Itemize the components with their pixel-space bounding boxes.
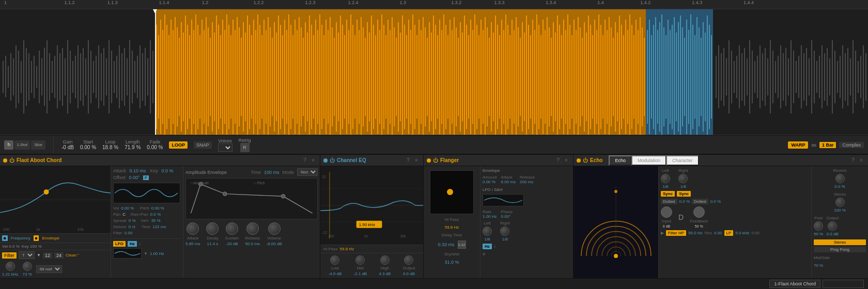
instrument-settings-icon[interactable]: ?	[301, 157, 308, 164]
output-echo-knob[interactable]	[828, 221, 837, 231]
hi-pass-value[interactable]: 59.8 Hz	[340, 247, 354, 251]
flanger-left-knob[interactable]	[483, 227, 492, 236]
freq-knob[interactable]	[6, 262, 15, 271]
svg-rect-279	[605, 20, 606, 134]
echo-input-knob[interactable]	[661, 206, 672, 218]
echo-dotted-left-button[interactable]: Dotted	[661, 199, 677, 204]
volume-env-knob[interactable]	[268, 222, 281, 235]
stereo-mode-button[interactable]: Stereo	[814, 239, 866, 245]
svg-rect-125	[286, 30, 287, 124]
echo-filter-hp-value[interactable]: 50.0 Hz	[688, 231, 703, 235]
waveform-display[interactable]	[0, 9, 868, 135]
delay-time-value[interactable]: 0.33 ms	[438, 242, 454, 247]
tab-character[interactable]: Character	[666, 155, 699, 166]
res-knob[interactable]	[23, 262, 32, 271]
attack-env-knob[interactable]	[187, 222, 199, 235]
echo-sync-right-button[interactable]: Sync	[677, 191, 691, 197]
echo-settings-icon[interactable]: ?	[849, 157, 857, 164]
echo-right-label: Right	[678, 168, 688, 173]
feedback-display[interactable]: 0.42	[458, 240, 466, 249]
stereo-knob[interactable]	[835, 198, 845, 207]
echo-sync-left-button[interactable]: Sync	[661, 191, 675, 197]
release-env-knob[interactable]	[246, 222, 259, 235]
echo-collapse-icon[interactable]: ×	[858, 157, 865, 164]
lfo-rate-value[interactable]: 1.00 Hz	[150, 251, 164, 256]
warp-button[interactable]: WARP	[788, 141, 808, 149]
output-knob[interactable]	[404, 255, 413, 265]
post-knob[interactable]	[814, 221, 823, 231]
flanger-power-icon[interactable]: ⏻	[433, 157, 438, 163]
lfo-hz-button[interactable]: Hz	[128, 241, 137, 247]
mode-env-select[interactable]: None	[297, 168, 318, 176]
svg-text:1k: 1k	[36, 227, 40, 232]
spread-value[interactable]: 0 %	[129, 218, 136, 223]
eq-settings-icon[interactable]: ?	[405, 157, 412, 164]
flanger-amount-value[interactable]: 0.00 %	[483, 180, 497, 184]
complex-button[interactable]: Complex	[839, 142, 864, 148]
echo-left-knob[interactable]	[661, 174, 670, 183]
echo-dotted-right-button[interactable]: Dotted	[692, 199, 708, 204]
echo-feedback-knob[interactable]	[693, 206, 705, 218]
flanger-release-value[interactable]: 200 ms	[520, 180, 535, 184]
vol-value[interactable]: 0.00 %	[121, 206, 134, 211]
flanger-rate-value[interactable]: 1.00 Hz	[483, 214, 497, 219]
ping-pong-button[interactable]: Ping Pong	[814, 247, 866, 252]
svg-rect-294	[636, 20, 637, 134]
sustain-env-knob[interactable]	[226, 222, 238, 235]
filter-type-select[interactable]: T	[19, 251, 35, 259]
vel-value[interactable]: 35 %	[151, 218, 160, 223]
high-knob[interactable]	[380, 255, 390, 265]
offset-pin-button[interactable]: P	[143, 175, 149, 180]
flanger-lfo-display	[483, 194, 524, 206]
time-value[interactable]: 122 ms	[152, 224, 166, 229]
filter-num-1[interactable]: 12	[43, 252, 52, 259]
flanger-collapse-icon[interactable]: ×	[563, 157, 570, 164]
filter-box[interactable]: Filter	[2, 252, 17, 259]
flanger-settings-icon[interactable]: ?	[554, 157, 562, 164]
echo-filter-hp-button[interactable]: Filter HP	[666, 230, 686, 236]
snap-button[interactable]: SNAP	[194, 141, 212, 149]
eq-graph[interactable]: 12 -12 100 1k 10k 1.50 kHz	[320, 166, 423, 245]
reverb-knob[interactable]	[835, 174, 845, 183]
tab-echo[interactable]: Echo	[609, 155, 631, 166]
key-param-value[interactable]: 0.0 %	[162, 168, 174, 173]
instrument-power-icon[interactable]: ⏻	[9, 157, 14, 163]
tab-modulation[interactable]: Modulation	[631, 155, 666, 166]
filter-param-value[interactable]: 0.00	[125, 231, 133, 235]
ran-pan-value[interactable]: 0.0 %	[150, 212, 161, 217]
echo-filter-lp-button[interactable]: LP	[724, 230, 734, 236]
mid-side-value[interactable]: 70 %	[814, 263, 866, 268]
detune-value[interactable]: 0 ct	[129, 224, 135, 229]
pan-value[interactable]: C	[122, 212, 126, 217]
loop-icon[interactable]: ↻	[4, 140, 13, 150]
offset-value[interactable]: 0.00°	[129, 175, 140, 180]
flanger-dry-wet-value[interactable]: 31.0 %	[444, 260, 459, 265]
oneshot-btn[interactable]: 1-Shot	[14, 140, 30, 150]
voices-select[interactable]: 6 4 8	[218, 143, 233, 152]
pitch-value[interactable]: 0.00 %	[151, 206, 164, 211]
retrig-button[interactable]: R	[240, 143, 250, 152]
flanger-right-knob[interactable]	[500, 227, 509, 236]
echo-power-icon[interactable]: ⏻	[583, 157, 588, 163]
svg-rect-91	[216, 15, 217, 135]
filter-mode-select[interactable]: 68 no/lo	[36, 265, 62, 273]
instrument-collapse-icon[interactable]: ×	[309, 157, 317, 164]
low-knob[interactable]	[330, 255, 339, 265]
slice-btn[interactable]: Slice	[31, 140, 45, 150]
flanger-attack-value[interactable]: 6.00 ms	[501, 180, 516, 184]
decay-env-knob[interactable]	[206, 222, 219, 235]
echo-filter-lp-value[interactable]: 5.0 kHz	[735, 231, 749, 235]
svg-rect-390	[155, 9, 156, 135]
flanger-hi-pass-value[interactable]: 59.8 Hz	[445, 225, 459, 230]
echo-right-knob[interactable]	[678, 174, 688, 183]
loop-mode-button[interactable]: LOOP	[169, 141, 188, 149]
mid-knob[interactable]	[355, 255, 365, 265]
bar-button[interactable]: 1 Bar	[819, 142, 836, 148]
eq-collapse-icon[interactable]: ×	[413, 157, 420, 164]
flanger-phase-value[interactable]: 0.00°	[501, 214, 513, 219]
time-env-value[interactable]: 100 ms	[264, 170, 280, 175]
filter-num-2[interactable]: 24	[54, 252, 64, 259]
attack-value[interactable]: 0.10 ms	[130, 168, 146, 173]
flanger-hz-button[interactable]: Hz	[483, 244, 492, 249]
eq-power-icon[interactable]: ⏻	[330, 157, 335, 163]
